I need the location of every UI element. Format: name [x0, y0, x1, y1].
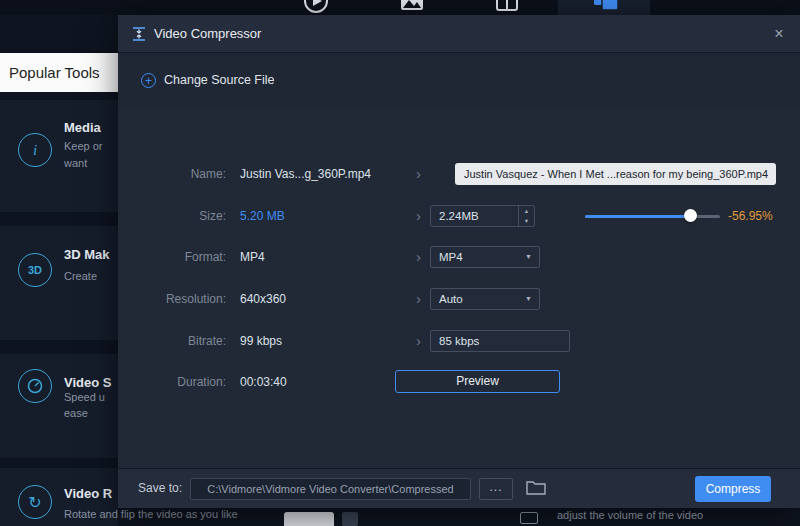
size-slider-track[interactable]: [585, 215, 720, 218]
background-fragment-icon: [342, 512, 358, 526]
close-icon[interactable]: ×: [768, 15, 790, 53]
bitrate-input[interactable]: 85 kbps: [430, 330, 570, 352]
compressor-icon: [131, 26, 147, 42]
name-label: Name:: [138, 162, 226, 186]
browse-more-button[interactable]: ...: [479, 478, 513, 500]
chevron-right-icon: ›: [416, 329, 430, 352]
size-label: Size:: [138, 204, 226, 228]
save-path-field[interactable]: C:\Vidmore\Vidmore Video Converter\Compr…: [190, 478, 471, 500]
rotate-icon: ↻: [18, 485, 52, 519]
step-down-icon[interactable]: ▼: [519, 216, 534, 226]
row-size: Size: 5.20 MB › 2.24MB ▲ ▼ -56.95%: [118, 204, 800, 228]
size-input-value[interactable]: 2.24MB: [439, 206, 479, 226]
duration-value: 00:03:40: [240, 370, 410, 394]
size-spinner[interactable]: 2.24MB ▲ ▼: [430, 205, 535, 227]
save-to-label: Save to:: [138, 469, 182, 508]
bitrate-source-value: 99 kbps: [240, 329, 410, 353]
sidebar-item-media[interactable]: i Media Keep or want: [0, 100, 118, 212]
tool-title: Video S: [64, 375, 111, 390]
toolbox-active-icon[interactable]: [592, 0, 620, 14]
folder-icon: [525, 479, 547, 497]
row-name: Name: Justin Vas...g_360P.mp4 › Justin V…: [118, 162, 800, 186]
background-fragment-pill: [284, 512, 334, 526]
screen: Popular Tools i Media Keep or want 3D 3D…: [0, 0, 800, 526]
chevron-right-icon: ›: [416, 287, 430, 310]
compress-button[interactable]: Compress: [695, 476, 771, 502]
tool-title: 3D Mak: [64, 247, 110, 262]
sidebar-item-3d-maker[interactable]: 3D 3D Mak Create: [0, 226, 118, 340]
plus-icon[interactable]: +: [141, 73, 156, 88]
format-selected: MP4: [439, 247, 463, 267]
output-name-input[interactable]: Justin Vasquez - When I Met ...reason fo…: [455, 163, 776, 185]
tools-sidebar: i Media Keep or want 3D 3D Mak Create Vi…: [0, 92, 118, 526]
size-percent: -56.95%: [728, 204, 790, 228]
background-folder-icon: [520, 512, 538, 524]
tool-title: Media: [64, 120, 101, 135]
collage-icon[interactable]: [494, 0, 520, 14]
tool-title: Video R: [64, 486, 112, 501]
tool-desc: Create: [64, 270, 97, 282]
tool-desc: Keep or: [64, 140, 103, 152]
resolution-label: Resolution:: [138, 287, 226, 311]
dialog-title: Video Compressor: [154, 15, 261, 53]
format-select[interactable]: MP4 ▼: [430, 246, 540, 268]
info-icon: i: [18, 133, 52, 167]
tool-desc: Rotate and flip the video as you like: [64, 508, 314, 520]
duration-label: Duration:: [138, 370, 226, 394]
size-slider-fill: [585, 215, 690, 218]
dialog-bottom-bar: Save to: C:\Vidmore\Vidmore Video Conver…: [118, 468, 800, 508]
format-label: Format:: [138, 245, 226, 269]
change-source-file-button[interactable]: Change Source File: [164, 66, 274, 94]
caret-down-icon: ▼: [525, 247, 532, 267]
top-toolbar: [0, 0, 800, 15]
size-slider-handle[interactable]: [684, 209, 697, 222]
speedometer-icon: [18, 369, 52, 403]
sidebar-item-video-rotator[interactable]: ↻ Video R Rotate and flip the video as y…: [0, 468, 118, 526]
step-up-icon[interactable]: ▲: [519, 206, 534, 216]
tool-desc: ease: [64, 407, 88, 419]
background-volume-text: adjust the volume of the video: [557, 509, 703, 521]
popular-tools-title: Popular Tools: [9, 53, 100, 92]
name-source-value: Justin Vas...g_360P.mp4: [240, 162, 410, 186]
resolution-source-value: 640x360: [240, 287, 410, 311]
tool-desc: want: [64, 157, 87, 169]
caret-down-icon: ▼: [525, 289, 532, 309]
chevron-right-icon: ›: [416, 245, 430, 268]
open-folder-button[interactable]: [525, 479, 549, 499]
resolution-selected: Auto: [439, 289, 463, 309]
chevron-right-icon: ›: [416, 162, 430, 185]
row-bitrate: Bitrate: 99 kbps › 85 kbps: [118, 329, 800, 353]
dialog-header: Video Compressor ×: [118, 15, 800, 53]
resolution-select[interactable]: Auto ▼: [430, 288, 540, 310]
play-icon[interactable]: [303, 0, 329, 14]
tool-desc: Speed u: [64, 391, 105, 403]
bitrate-label: Bitrate:: [138, 329, 226, 353]
image-icon[interactable]: [399, 0, 425, 14]
3d-maker-icon: 3D: [18, 253, 52, 287]
video-compressor-dialog: Video Compressor × + Change Source File …: [118, 15, 800, 508]
preview-button[interactable]: Preview: [395, 370, 560, 393]
size-source-value: 5.20 MB: [240, 204, 410, 228]
row-format: Format: MP4 › MP4 ▼: [118, 245, 800, 269]
sidebar-item-video-speed[interactable]: Video S Speed u ease: [0, 354, 118, 458]
row-resolution: Resolution: 640x360 › Auto ▼: [118, 287, 800, 311]
format-source-value: MP4: [240, 245, 410, 269]
chevron-right-icon: ›: [416, 204, 430, 227]
size-stepper[interactable]: ▲ ▼: [518, 206, 534, 226]
popular-tools-panel: Popular Tools: [0, 53, 118, 92]
row-duration: Duration: 00:03:40 Preview: [118, 370, 800, 394]
